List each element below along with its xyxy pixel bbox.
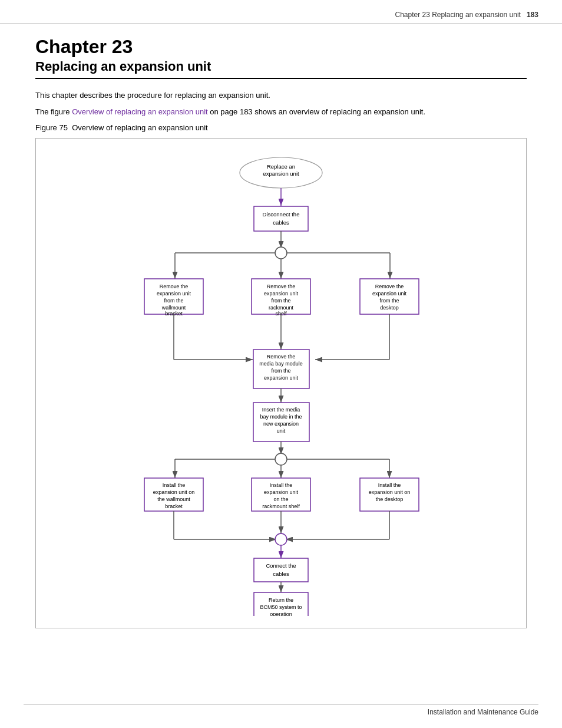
svg-text:cables: cables [273, 571, 289, 577]
svg-text:Insert the media: Insert the media [262, 407, 300, 413]
svg-text:rackmount: rackmount [269, 305, 294, 311]
svg-text:expansion unit: expansion unit [264, 489, 299, 495]
footer-text: Installation and Maintenance Guide [428, 708, 538, 716]
svg-text:Return the: Return the [269, 597, 293, 603]
svg-text:bracket: bracket [165, 503, 183, 509]
svg-rect-6 [254, 206, 308, 231]
svg-point-10 [275, 247, 287, 259]
svg-text:Install the: Install the [378, 482, 401, 488]
svg-text:from the: from the [379, 298, 399, 304]
svg-text:Remove the: Remove the [160, 284, 189, 289]
svg-text:Remove the: Remove the [375, 284, 404, 289]
svg-text:expansion unit: expansion unit [264, 291, 299, 297]
svg-text:from the: from the [271, 368, 290, 374]
svg-text:Connect the: Connect the [266, 562, 296, 569]
intro-line1: This chapter describes the procedure for… [35, 90, 527, 101]
svg-text:media bay module: media bay module [259, 361, 303, 367]
flowchart-svg: Replace an expansion unit Disconnect the… [51, 150, 511, 616]
svg-text:bay module in the: bay module in the [260, 414, 302, 420]
svg-text:BCM50 system to: BCM50 system to [260, 604, 302, 610]
svg-text:from the: from the [164, 298, 183, 304]
svg-text:Install the: Install the [270, 482, 293, 488]
svg-point-50 [275, 453, 287, 465]
svg-text:from the: from the [271, 298, 290, 304]
svg-text:Remove the: Remove the [267, 354, 296, 360]
svg-text:expansion unit: expansion unit [157, 291, 191, 297]
svg-text:expansion unit on: expansion unit on [369, 489, 411, 495]
svg-text:desktop: desktop [380, 305, 399, 311]
svg-rect-77 [254, 558, 308, 582]
intro-line2: The figure Overview of replacing an expa… [35, 106, 527, 118]
header-text: Chapter 23 Replacing an expansion unit 1… [395, 11, 538, 19]
chapter-title: Replacing an expansion unit [35, 59, 527, 74]
svg-text:expansion unit on: expansion unit on [153, 489, 195, 495]
svg-text:expansion unit: expansion unit [263, 170, 299, 177]
flowchart-container: Replace an expansion unit Disconnect the… [35, 138, 527, 628]
page-header: Chapter 23 Replacing an expansion unit 1… [0, 0, 562, 24]
svg-text:Disconnect the: Disconnect the [263, 211, 300, 218]
svg-text:Replace an: Replace an [267, 163, 295, 170]
svg-text:the wallmount: the wallmount [157, 496, 190, 502]
svg-text:unit: unit [277, 428, 286, 434]
figure-caption: Figure 75 Overview of replacing an expan… [35, 123, 527, 132]
svg-text:rackmount shelf: rackmount shelf [262, 503, 300, 509]
page-footer: Installation and Maintenance Guide [24, 704, 538, 716]
overview-link[interactable]: Overview of replacing an expansion unit [72, 107, 208, 116]
svg-text:expansion unit: expansion unit [372, 291, 407, 297]
svg-point-75 [275, 533, 287, 545]
svg-text:wallmount: wallmount [161, 305, 186, 311]
page-content: Chapter 23 Replacing an expansion unit T… [0, 24, 562, 652]
svg-text:Remove the: Remove the [267, 284, 296, 289]
svg-text:cables: cables [273, 219, 289, 226]
svg-text:expansion unit: expansion unit [264, 375, 299, 381]
chapter-number: Chapter 23 [35, 36, 527, 58]
svg-text:on the: on the [273, 496, 288, 502]
svg-text:the desktop: the desktop [376, 496, 404, 502]
svg-text:operation: operation [270, 611, 292, 616]
svg-text:new expansion: new expansion [263, 421, 299, 427]
svg-text:Install the: Install the [163, 482, 186, 488]
